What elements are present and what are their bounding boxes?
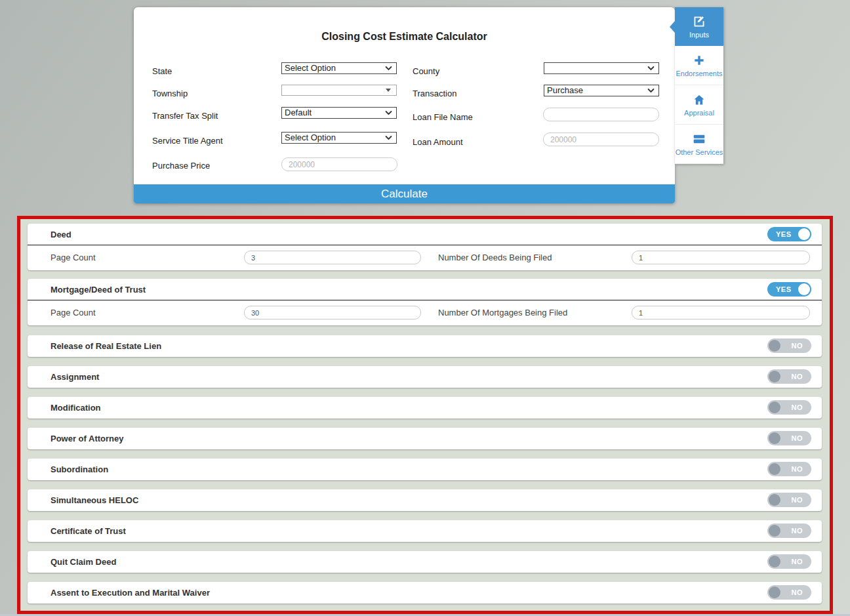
- toggle-knob-icon: [769, 525, 780, 537]
- row-assignment: Assignment NO: [28, 366, 822, 388]
- page-count-label: Page Count: [51, 300, 96, 325]
- home-icon: [693, 93, 706, 106]
- deed-page-count-input[interactable]: [244, 251, 421, 264]
- tab-inputs[interactable]: Inputs: [675, 7, 723, 46]
- section-label: Deed: [51, 224, 71, 245]
- row-modification: Modification NO: [28, 397, 822, 419]
- row-subordination: Subordination NO: [28, 459, 822, 480]
- row-quit-claim-deed: Quit Claim Deed NO: [28, 551, 822, 573]
- section-mortgage: Mortgage/Deed of Trust YES Page Count Nu…: [28, 279, 822, 325]
- toggle-knob-icon: [769, 401, 780, 413]
- mortgage-toggle[interactable]: YES: [767, 282, 811, 297]
- deed-toggle[interactable]: YES: [767, 227, 811, 241]
- toggle-state-label: NO: [792, 493, 803, 507]
- section-mortgage-header: Mortgage/Deed of Trust YES: [28, 279, 822, 300]
- toggle-knob-icon: [769, 371, 780, 382]
- section-label: Mortgage/Deed of Trust: [51, 279, 146, 300]
- number-of-mortgages-input[interactable]: [632, 306, 810, 319]
- loan-file-name-input[interactable]: [543, 108, 659, 121]
- loan-amount-label: Loan Amount: [413, 137, 463, 147]
- township-label: Township: [152, 89, 188, 98]
- page-count-label: Page Count: [51, 245, 96, 270]
- mortgage-page-count-input[interactable]: [244, 306, 421, 319]
- row-label: Certificate of Trust: [51, 520, 126, 542]
- page-title: Closing Cost Estimate Calculator: [134, 31, 675, 43]
- section-deed-header: Deed YES: [28, 224, 822, 245]
- simultaneous-heloc-toggle[interactable]: NO: [767, 493, 811, 507]
- row-certificate-of-trust: Certificate of Trust NO: [28, 520, 822, 542]
- section-deed: Deed YES Page Count Number Of Deeds Bein…: [28, 224, 822, 270]
- assignment-toggle[interactable]: NO: [767, 369, 811, 384]
- toggle-state-label: NO: [792, 431, 803, 445]
- toggle-knob-icon: [769, 432, 780, 444]
- tab-inputs-label: Inputs: [689, 31, 709, 39]
- tab-other-services[interactable]: Other Services: [675, 125, 723, 164]
- row-release-of-real-estate-lien: Release of Real Estate Lien NO: [28, 335, 822, 357]
- chevron-down-icon: [385, 110, 392, 115]
- state-label: State: [152, 66, 172, 76]
- toggle-state-label: NO: [792, 524, 803, 538]
- number-of-mortgages-label: Number Of Mortgages Being Filed: [438, 300, 567, 325]
- toggle-state-label: NO: [792, 585, 803, 600]
- row-label: Release of Real Estate Lien: [51, 335, 161, 357]
- toggle-state-label: NO: [792, 462, 803, 476]
- row-label: Assignment: [51, 366, 99, 388]
- row-simultaneous-heloc: Simultaneous HELOC NO: [28, 489, 822, 511]
- chevron-down-icon: [647, 88, 655, 93]
- sidebar-tabs: Inputs Endorsements Appraisal Other Serv…: [675, 7, 723, 164]
- service-title-agent-select[interactable]: Select Option: [281, 132, 397, 144]
- tab-appraisal-label: Appraisal: [684, 109, 714, 117]
- chevron-down-icon: [647, 66, 655, 71]
- toggle-knob-icon: [769, 556, 780, 567]
- calculator-panel: Closing Cost Estimate Calculator State S…: [134, 7, 675, 203]
- row-label: Subordination: [51, 459, 108, 480]
- edit-icon: [693, 15, 706, 28]
- transfer-tax-split-select[interactable]: Default: [281, 107, 397, 119]
- state-select[interactable]: Select Option: [281, 62, 397, 74]
- modification-toggle[interactable]: NO: [767, 400, 811, 415]
- quit-claim-deed-toggle[interactable]: NO: [767, 554, 811, 569]
- toggle-knob-icon: [769, 340, 780, 352]
- township-select[interactable]: [281, 85, 397, 96]
- toggle-knob-icon: [798, 228, 810, 240]
- toggle-state-label: YES: [776, 227, 792, 241]
- transaction-select-value: Purchase: [547, 85, 647, 96]
- tab-appraisal[interactable]: Appraisal: [675, 85, 723, 125]
- loan-file-name-label: Loan File Name: [413, 112, 473, 122]
- power-of-attorney-toggle[interactable]: NO: [767, 431, 811, 445]
- section-deed-fields: Page Count Number Of Deeds Being Filed: [28, 245, 822, 270]
- transfer-tax-split-label: Transfer Tax Split: [152, 111, 218, 121]
- calculate-button[interactable]: Calculate: [134, 184, 675, 203]
- loan-amount-input[interactable]: [543, 133, 659, 146]
- toggle-knob-icon: [769, 586, 780, 598]
- chevron-down-icon: [385, 66, 392, 71]
- row-label: Simultaneous HELOC: [51, 489, 138, 511]
- row-assent-to-execution: Assent to Execution and Marital Waiver N…: [28, 582, 822, 604]
- service-title-agent-value: Select Option: [285, 133, 385, 143]
- transaction-label: Transaction: [413, 89, 456, 98]
- tab-endorsements[interactable]: Endorsements: [675, 46, 723, 85]
- county-label: County: [413, 66, 439, 76]
- toggle-state-label: NO: [792, 400, 803, 415]
- number-of-deeds-label: Number Of Deeds Being Filed: [438, 245, 552, 270]
- toggle-state-label: YES: [776, 282, 792, 297]
- subordination-toggle[interactable]: NO: [767, 462, 811, 476]
- county-select[interactable]: [544, 62, 659, 74]
- certificate-of-trust-toggle[interactable]: NO: [767, 524, 811, 538]
- row-label: Power of Attorney: [51, 428, 123, 449]
- row-label: Quit Claim Deed: [51, 551, 116, 573]
- assent-to-execution-toggle[interactable]: NO: [767, 585, 811, 600]
- purchase-price-label: Purchase Price: [152, 161, 210, 171]
- toggle-state-label: NO: [792, 369, 803, 384]
- section-mortgage-fields: Page Count Number Of Mortgages Being Fil…: [28, 300, 822, 325]
- credit-card-icon: [693, 133, 706, 146]
- transaction-select[interactable]: Purchase: [544, 85, 659, 96]
- number-of-deeds-input[interactable]: [632, 251, 810, 264]
- state-select-value: Select Option: [285, 63, 385, 73]
- purchase-price-input[interactable]: [281, 157, 397, 171]
- transfer-tax-split-value: Default: [285, 108, 385, 118]
- row-power-of-attorney: Power of Attorney NO: [28, 428, 822, 449]
- service-title-agent-label: Service Title Agent: [152, 136, 223, 146]
- release-of-real-estate-lien-toggle[interactable]: NO: [767, 339, 811, 353]
- row-label: Modification: [51, 397, 101, 419]
